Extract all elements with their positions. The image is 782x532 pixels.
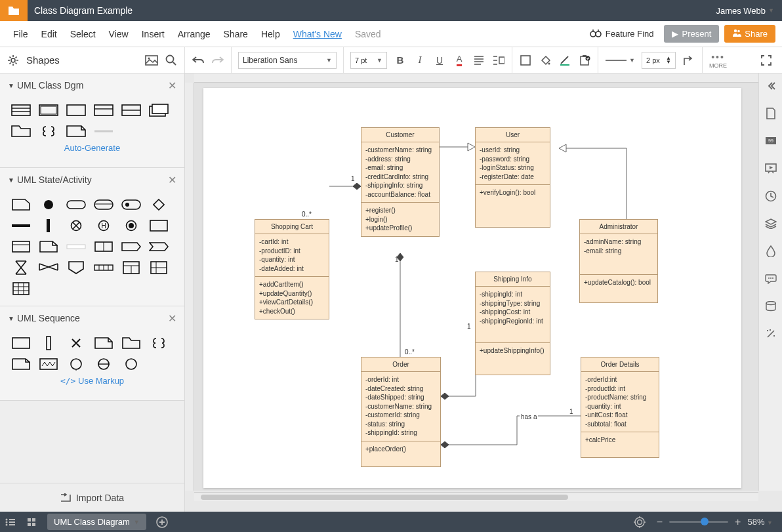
shape-item[interactable] — [38, 358, 59, 371]
canvas[interactable]: Customer -customerName: string -address:… — [194, 83, 758, 491]
font-select[interactable]: Liberation Sans▼ — [238, 52, 337, 69]
shape-item[interactable] — [38, 337, 59, 350]
app-logo[interactable] — [0, 0, 28, 21]
text-color-icon[interactable]: A — [453, 54, 466, 67]
shape-item[interactable] — [93, 358, 114, 371]
shape-item[interactable] — [66, 198, 87, 211]
search-icon[interactable] — [165, 54, 178, 67]
document-title[interactable]: Class Diagram Example — [28, 5, 708, 16]
zoom-slider[interactable] — [669, 521, 728, 523]
shape-item[interactable] — [66, 240, 87, 253]
underline-icon[interactable]: U — [433, 54, 446, 67]
panel-header[interactable]: ▼UML Class Dgm✕ — [0, 73, 184, 97]
shape-item[interactable] — [93, 198, 114, 211]
shape-item[interactable] — [38, 219, 59, 232]
uml-class-orderdetails[interactable]: Order Details -orderId:int -productId: i… — [581, 357, 659, 458]
linewidth-select[interactable]: 2 px▲▼ — [642, 52, 676, 69]
scrollbar-horizontal[interactable] — [194, 492, 758, 501]
uml-class-customer[interactable]: Customer -customerName: string -address:… — [361, 127, 440, 237]
shape-item[interactable] — [93, 104, 114, 117]
drop-icon[interactable] — [764, 244, 778, 258]
shape-item[interactable] — [93, 261, 114, 274]
import-data-button[interactable]: Import Data — [0, 483, 184, 512]
image-icon[interactable] — [145, 54, 158, 67]
uml-class-order[interactable]: Order -orderId: int -dateCreated: string… — [361, 357, 441, 467]
shape-item[interactable] — [10, 104, 31, 117]
shape-item[interactable] — [38, 125, 59, 138]
user-menu[interactable]: James Webb▼ — [708, 6, 782, 16]
menu-file[interactable]: File — [7, 25, 35, 43]
line-style-select[interactable]: ▼ — [605, 54, 635, 67]
indent-icon[interactable] — [492, 54, 505, 67]
menu-arrange[interactable]: Arrange — [171, 25, 217, 43]
shape-item[interactable] — [121, 240, 142, 253]
scrollbar-thumb[interactable] — [201, 495, 568, 500]
line-routing-icon[interactable] — [682, 54, 695, 67]
shape-item[interactable] — [66, 104, 87, 117]
shape-item[interactable] — [66, 261, 87, 274]
shape-item[interactable] — [93, 240, 114, 253]
uml-class-admin[interactable]: Administrator -adminName: string -email:… — [579, 219, 658, 303]
shape-item[interactable] — [148, 219, 169, 232]
shape-item[interactable] — [10, 198, 31, 211]
shape-item[interactable] — [10, 240, 31, 253]
shape-item[interactable] — [66, 219, 87, 232]
chat-icon[interactable] — [764, 272, 778, 286]
document-icon[interactable] — [764, 106, 778, 121]
menu-insert[interactable]: Insert — [135, 25, 171, 43]
shape-item[interactable] — [10, 261, 31, 274]
shape-item[interactable] — [66, 358, 87, 371]
shape-item[interactable] — [66, 125, 87, 138]
menu-select[interactable]: Select — [64, 25, 102, 43]
comment-icon[interactable]: 99 — [764, 134, 778, 148]
page[interactable]: Customer -customerName: string -address:… — [203, 88, 741, 488]
shape-item[interactable] — [10, 219, 31, 232]
wand-icon[interactable] — [764, 327, 778, 341]
close-icon[interactable]: ✕ — [168, 312, 176, 325]
list-icon[interactable] — [0, 518, 21, 526]
collapse-icon[interactable] — [764, 79, 778, 93]
target-icon[interactable] — [629, 516, 650, 528]
shape-item[interactable] — [93, 337, 114, 350]
shape-item[interactable] — [148, 261, 169, 274]
shape-item[interactable] — [38, 198, 59, 211]
shape-item[interactable] — [121, 104, 142, 117]
shape-item[interactable] — [121, 219, 142, 232]
markup-link[interactable]: </> Use Markup — [10, 371, 174, 390]
history-icon[interactable] — [764, 189, 778, 203]
menu-view[interactable]: View — [102, 25, 135, 43]
uml-class-user[interactable]: User -userId: string -password: string -… — [475, 127, 550, 228]
shape-item[interactable] — [121, 337, 142, 350]
shape-item[interactable] — [38, 104, 59, 117]
italic-icon[interactable]: I — [413, 54, 426, 67]
add-page-icon[interactable] — [152, 516, 173, 528]
shape-item[interactable] — [121, 261, 142, 274]
shape-item[interactable] — [148, 198, 169, 211]
menu-share[interactable]: Share — [217, 25, 255, 43]
shape-item[interactable] — [121, 198, 142, 211]
shape-item[interactable] — [148, 337, 169, 350]
fullscreen-icon[interactable] — [760, 54, 773, 67]
gear-icon[interactable] — [7, 54, 20, 67]
close-icon[interactable]: ✕ — [168, 79, 176, 92]
shape-item[interactable] — [38, 240, 59, 253]
menu-whatsnew[interactable]: What's New — [287, 25, 348, 43]
shape-fill-icon[interactable] — [519, 54, 532, 67]
shape-item[interactable] — [121, 358, 142, 371]
shape-item[interactable] — [93, 125, 114, 138]
feature-find[interactable]: Feature Find — [585, 28, 659, 39]
grid-icon[interactable] — [21, 518, 42, 527]
bold-icon[interactable]: B — [394, 54, 407, 67]
share-button[interactable]: Share — [724, 25, 775, 43]
clipboard-check-icon[interactable] — [578, 54, 591, 67]
page-tab[interactable]: UML Class Diagram▼ — [47, 514, 146, 530]
present-button[interactable]: ▶Present — [664, 25, 719, 43]
shape-item[interactable] — [38, 261, 59, 274]
shape-item[interactable] — [66, 337, 87, 350]
panel-header[interactable]: ▼UML State/Activity✕ — [0, 168, 184, 192]
present-icon[interactable] — [764, 161, 778, 176]
shape-item[interactable] — [148, 104, 169, 117]
autogen-link[interactable]: Auto-Generate — [10, 138, 174, 157]
shape-item[interactable] — [10, 337, 31, 350]
close-icon[interactable]: ✕ — [168, 174, 176, 186]
